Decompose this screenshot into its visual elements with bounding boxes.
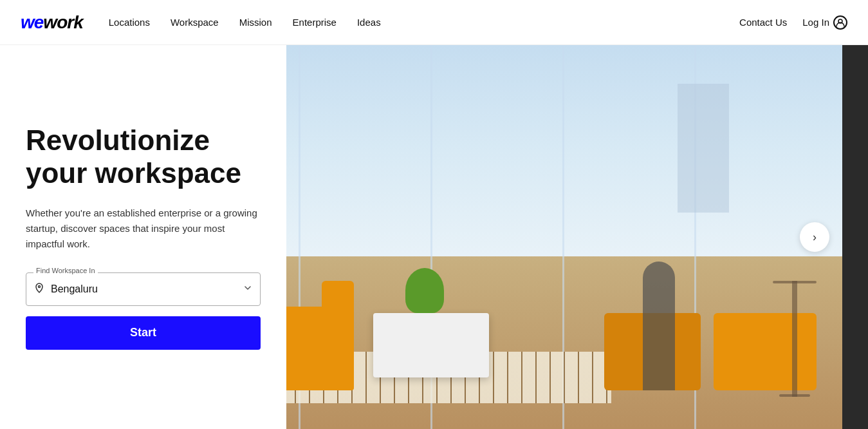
logo[interactable]: wework (21, 12, 83, 33)
nav-item-locations[interactable]: Locations (109, 17, 150, 28)
start-button[interactable]: Start (26, 316, 261, 350)
next-slide-button[interactable]: › (800, 222, 829, 252)
coat-rack (792, 281, 797, 397)
location-icon (34, 283, 44, 296)
nav-item-ideas[interactable]: Ideas (357, 17, 381, 28)
coffee-table (373, 313, 489, 377)
contact-us-link[interactable]: Contact Us (739, 17, 787, 28)
navbar: wework Locations Workspace Mission Enter… (0, 0, 868, 45)
user-icon (833, 15, 847, 30)
dropdown-chevron-icon (243, 283, 252, 295)
edge-strip (842, 45, 868, 429)
login-label: Log In (802, 17, 829, 28)
search-field[interactable]: Bengaluru (26, 272, 261, 306)
login-button[interactable]: Log In (802, 15, 847, 30)
nav-right: Contact Us Log In (739, 15, 847, 30)
workspace-search[interactable]: Find Workspace In Bengaluru (26, 272, 261, 306)
hero-section: › Revolutionize your workspace Whether y… (0, 45, 868, 429)
nav-item-mission[interactable]: Mission (239, 17, 272, 28)
chair-right-front (714, 313, 817, 390)
search-value: Bengaluru (51, 283, 237, 295)
person-silhouette (643, 262, 675, 390)
building-exterior (678, 84, 729, 213)
search-label: Find Workspace In (33, 267, 98, 274)
svg-point-1 (39, 285, 41, 287)
nav-item-workspace[interactable]: Workspace (171, 17, 219, 28)
hero-content-panel: Revolutionize your workspace Whether you… (0, 45, 286, 429)
nav-links: Locations Workspace Mission Enterprise I… (109, 17, 739, 28)
hero-description: Whether you're an established enterprise… (26, 205, 257, 252)
plant (405, 268, 444, 313)
nav-item-enterprise[interactable]: Enterprise (293, 17, 337, 28)
hero-title: Revolutionize your workspace (26, 124, 261, 189)
